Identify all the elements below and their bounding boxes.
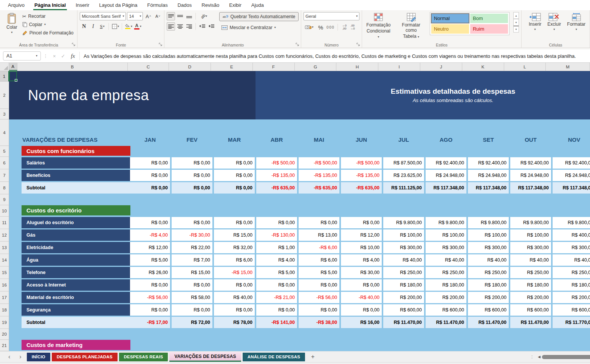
value-cell[interactable]: R$ 11.470,00 <box>510 317 551 328</box>
value-cell[interactable]: R$ 11.470,00 <box>426 317 466 328</box>
value-cell[interactable]: R$ 12,00 <box>130 242 170 253</box>
value-cell[interactable]: R$ 0,00 <box>172 217 212 228</box>
font-size-select[interactable]: 14 ▾ <box>127 12 143 20</box>
underline-button[interactable]: S▾ <box>98 22 106 31</box>
menu-tab-inserir[interactable]: Inserir <box>71 0 94 10</box>
copy-button[interactable]: Copiar ▾ <box>21 20 75 29</box>
row-header-6[interactable]: 6 <box>0 157 9 169</box>
align-bottom-button[interactable] <box>185 12 193 20</box>
value-cell[interactable]: R$ 26,00 <box>130 267 170 278</box>
sheet-tab-despesas-reais[interactable]: DESPESAS REAIS <box>119 353 168 361</box>
value-cell[interactable]: R$ 24.948,00 <box>468 170 509 181</box>
value-cell[interactable]: R$ 9.800,00 <box>553 217 590 228</box>
value-cell[interactable]: -R$ 6,00 <box>299 242 339 253</box>
accounting-format-button[interactable]: ▾ <box>304 23 315 31</box>
menu-tab-exibir[interactable]: Exibir <box>224 0 246 10</box>
value-cell[interactable]: R$ 180,00 <box>426 279 466 291</box>
value-cell[interactable]: R$ 24.948,00 <box>553 170 590 181</box>
value-cell[interactable]: R$ 16,00 <box>341 317 382 328</box>
dialog-launcher-icon[interactable] <box>296 43 300 47</box>
value-cell[interactable]: R$ 1,00 <box>256 242 297 253</box>
paste-button[interactable]: Colar ▾ <box>5 12 19 35</box>
value-cell[interactable]: R$ 250,00 <box>553 267 590 278</box>
value-cell[interactable]: R$ 30,00 <box>341 267 382 278</box>
font-family-select[interactable]: Microsoft Sans Serif ▾ <box>80 12 126 20</box>
row-header-8[interactable]: 8 <box>0 182 9 194</box>
value-cell[interactable]: R$ 200,00 <box>468 292 509 303</box>
align-top-button[interactable] <box>167 12 175 20</box>
value-cell[interactable]: R$ 87.500,00 <box>383 157 424 169</box>
value-cell[interactable]: R$ 200,00 <box>510 292 551 303</box>
value-cell[interactable]: R$ 0,00 <box>130 182 170 194</box>
formula-bar-handle[interactable]: ⋮ <box>41 54 50 59</box>
value-cell[interactable]: R$ 22,00 <box>172 242 212 253</box>
insert-cells-button[interactable]: Inserir ▾ <box>527 12 543 32</box>
value-cell[interactable]: R$ 78,00 <box>214 317 255 328</box>
row-header-14[interactable]: 14 <box>0 254 9 266</box>
font-color-button[interactable]: A ▾ <box>133 22 142 31</box>
value-cell[interactable]: R$ 300,00 <box>553 242 590 253</box>
increase-font-button[interactable]: A˄ <box>144 12 152 20</box>
value-cell[interactable]: R$ 0,00 <box>172 182 212 194</box>
value-cell[interactable]: R$ 0,00 <box>256 304 297 316</box>
column-header-F[interactable]: F <box>253 63 295 71</box>
wrap-text-button[interactable]: ab Quebrar Texto Automaticamente <box>219 12 299 21</box>
value-cell[interactable]: R$ 400,00 <box>553 229 590 241</box>
value-cell[interactable]: R$ 200,00 <box>383 292 424 303</box>
row-header-13[interactable]: 13 <box>0 242 9 254</box>
row-header-20[interactable]: 20 <box>0 329 9 340</box>
value-cell[interactable]: R$ 0,00 <box>172 279 212 291</box>
value-cell[interactable]: R$ 15,00 <box>172 267 212 278</box>
cell-style-bom[interactable]: Bom <box>470 14 508 23</box>
value-cell[interactable]: R$ 100,00 <box>468 229 509 241</box>
value-cell[interactable]: R$ 4,00 <box>256 254 297 266</box>
value-cell[interactable]: -R$ 21,00 <box>256 292 297 303</box>
align-left-button[interactable] <box>167 22 175 31</box>
value-cell[interactable]: -R$ 141,00 <box>256 317 297 328</box>
column-header-D[interactable]: D <box>169 63 211 71</box>
menu-tab-revisão[interactable]: Revisão <box>197 0 224 10</box>
italic-button[interactable]: I <box>89 22 97 31</box>
value-cell[interactable]: -R$ 15,00 <box>214 267 255 278</box>
value-cell[interactable]: R$ 117.348,00 <box>510 182 551 194</box>
column-header-I[interactable]: I <box>378 63 420 71</box>
value-cell[interactable]: R$ 0,00 <box>172 157 212 169</box>
delete-cells-button[interactable]: Excluir ▾ <box>545 12 563 32</box>
column-header-K[interactable]: K <box>462 63 504 71</box>
value-cell[interactable]: R$ 92.400,00 <box>468 157 509 169</box>
value-cell[interactable]: R$ 0,00 <box>172 304 212 316</box>
value-cell[interactable]: R$ 12,00 <box>341 229 382 241</box>
value-cell[interactable]: -R$ 56,00 <box>299 292 339 303</box>
cell-style-neutro[interactable]: Neutro <box>431 24 469 34</box>
value-cell[interactable]: R$ 100,00 <box>426 229 466 241</box>
sheet-tab-análise-de-despesas[interactable]: ANÁLISE DE DESPESAS <box>243 353 305 361</box>
value-cell[interactable]: R$ 100,00 <box>510 229 551 241</box>
value-cell[interactable]: R$ 0,00 <box>130 170 170 181</box>
value-cell[interactable]: R$ 300,00 <box>468 242 509 253</box>
value-cell[interactable]: R$ 4,00 <box>341 254 382 266</box>
value-cell[interactable]: -R$ 38,00 <box>299 317 339 328</box>
value-cell[interactable]: R$ 0,00 <box>214 157 255 169</box>
value-cell[interactable]: -R$ 17,00 <box>130 317 170 328</box>
format-cells-button[interactable]: Formatar ▾ <box>565 12 587 32</box>
scrollbar-left-icon[interactable]: ◀ <box>536 355 542 359</box>
value-cell[interactable]: R$ 13,00 <box>299 229 339 241</box>
formula-input[interactable]: As Variações de despesas são calculadas … <box>81 53 590 59</box>
value-cell[interactable]: R$ 9.800,00 <box>383 217 424 228</box>
value-cell[interactable]: -R$ 130,00 <box>256 229 297 241</box>
fill-color-button[interactable]: ▾ <box>124 22 133 31</box>
row-header-11[interactable]: 11 <box>0 217 9 229</box>
orientation-button[interactable]: ab ▾ <box>198 12 209 20</box>
column-header-G[interactable]: G <box>295 63 337 71</box>
value-cell[interactable]: R$ 180,00 <box>383 279 424 291</box>
dialog-launcher-icon[interactable] <box>356 43 361 47</box>
menu-tab-página-inicial[interactable]: Página Inicial <box>29 0 71 10</box>
column-header-M[interactable]: M <box>546 63 590 71</box>
value-cell[interactable]: R$ 250,00 <box>426 267 466 278</box>
decrease-font-button[interactable]: A˅ <box>153 12 162 20</box>
row-header-21[interactable]: 21 <box>0 340 9 351</box>
value-cell[interactable]: -R$ 635,00 <box>341 182 382 194</box>
value-cell[interactable]: R$ 100,00 <box>383 229 424 241</box>
value-cell[interactable]: R$ 180,00 <box>510 279 551 291</box>
value-cell[interactable]: -R$ 500,00 <box>341 157 382 169</box>
